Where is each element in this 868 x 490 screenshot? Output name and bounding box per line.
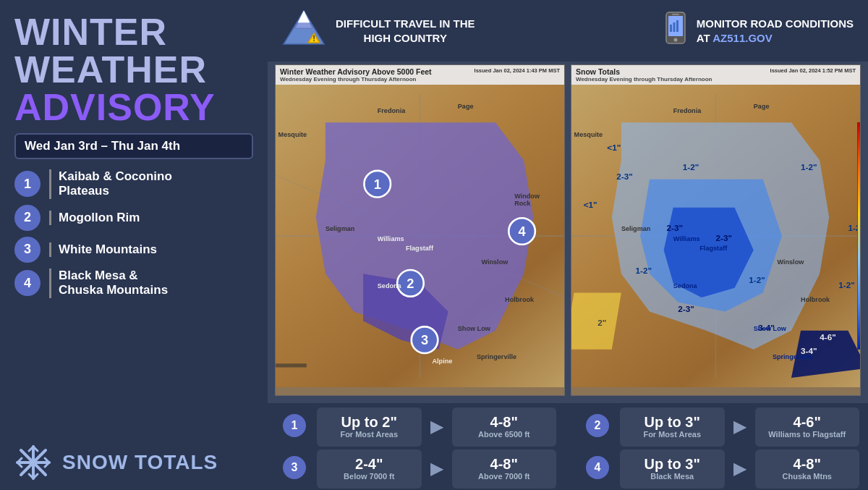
svg-rect-20 [672, 14, 679, 15]
stat-cell: 2-4"Below 7000 ft [317, 449, 422, 489]
region-number-3: 3 [14, 237, 41, 263]
svg-text:2-3": 2-3" [716, 233, 733, 242]
stat-cell: Up to 2"For Most Areas [317, 407, 422, 447]
left-panel: WINTER WEATHER ADVISORY Wed Jan 3rd – Th… [0, 0, 268, 490]
svg-text:2: 2 [407, 276, 414, 291]
svg-text:Fredonia: Fredonia [673, 107, 702, 114]
svg-rect-23 [676, 20, 678, 32]
top-bar: ! DIFFICULT TRAVEL IN THEHIGH COUNTRY [268, 0, 868, 62]
bottom-stats: 1Up to 2"For Most Areas▶4-8"Above 6500 f… [268, 403, 868, 490]
svg-text:Flagstaff: Flagstaff [406, 245, 434, 252]
region-text-3: White Mountains [59, 242, 157, 257]
region-number-2: 2 [14, 205, 41, 231]
map-row: Winter Weather Advisory Above 5000 Feet … [268, 62, 868, 403]
region-item-2: 2 Mogollon Rim [14, 205, 253, 231]
svg-text:1-2": 1-2" [749, 275, 765, 284]
snow-map-sub: Wednesday Evening through Thursday After… [576, 76, 712, 83]
alert-text: DIFFICULT TRAVEL IN THEHIGH COUNTRY [336, 17, 475, 45]
svg-text:1-2": 1-2" [801, 162, 817, 172]
advisory-map-issued: Issued Jan 02, 2024 1:43 PM MST [475, 67, 560, 74]
svg-text:4: 4 [518, 224, 526, 239]
snow-totals-row: SNOW TOTALS [14, 444, 253, 481]
svg-text:!: ! [312, 34, 315, 43]
svg-text:1: 1 [374, 177, 381, 192]
stat-cell: 4-8"Above 7000 ft [452, 449, 557, 489]
svg-text:Williams: Williams [673, 235, 700, 242]
alert-block: ! DIFFICULT TRAVEL IN THEHIGH COUNTRY [282, 8, 475, 54]
stat-cell: Up to 3"For Most Areas [620, 407, 725, 447]
svg-text:Springerville: Springerville [477, 353, 516, 360]
stat-cell: 4-8"Chuska Mtns [755, 449, 860, 489]
title-line3: ADVISORY [14, 88, 253, 126]
region-item-4: 4 Black Mesa &Chuska Mountains [14, 269, 253, 298]
svg-text:1-2": 1-2" [838, 280, 855, 290]
region-number-1: 1 [14, 171, 41, 197]
svg-text:Page: Page [458, 103, 474, 110]
stat-badge-2: 2 [579, 407, 616, 447]
stat-badge-3: 3 [276, 449, 312, 489]
svg-text:4-6": 4-6" [820, 332, 836, 342]
arrow-sep: ▶ [426, 449, 448, 489]
snow-totals-label: SNOW TOTALS [62, 451, 218, 474]
advisory-map-header: Winter Weather Advisory Above 5000 Feet … [276, 65, 564, 85]
svg-text:Window: Window [514, 193, 540, 200]
right-panel: ! DIFFICULT TRAVEL IN THEHIGH COUNTRY [268, 0, 868, 490]
arrow-sep: ▶ [729, 407, 751, 447]
svg-text:<1": <1" [607, 143, 621, 152]
svg-rect-22 [673, 22, 675, 32]
svg-text:Show Low: Show Low [754, 325, 787, 332]
advisory-map-body: 1 2 3 4 Mesquite Fredonia Page Seligman … [276, 85, 564, 387]
svg-text:Winslow: Winslow [777, 258, 804, 266]
svg-text:<1": <1" [584, 200, 597, 209]
snow-map: Snow Totals Wednesday Evening through Th… [571, 64, 861, 396]
stat-badge-4: 4 [579, 449, 616, 489]
stat-number-4: 4 [586, 456, 609, 479]
title-line2: WEATHER [14, 51, 253, 88]
advisory-map: Winter Weather Advisory Above 5000 Feet … [275, 64, 565, 396]
arrow-sep: ▶ [426, 407, 448, 447]
svg-text:2": 2" [597, 318, 606, 327]
snow-map-header: Snow Totals Wednesday Evening through Th… [571, 65, 860, 85]
date-badge: Wed Jan 3rd – Thu Jan 4th [14, 133, 253, 159]
svg-text:Fredonia: Fredonia [378, 107, 406, 114]
stat-number-1: 1 [283, 414, 306, 437]
region-item-1: 1 Kaibab & CoconinoPlateaus [14, 169, 253, 199]
svg-text:Alpine: Alpine [432, 358, 452, 365]
svg-text:Flagstaff: Flagstaff [699, 245, 728, 252]
svg-text:3: 3 [421, 332, 428, 347]
region-text-1: Kaibab & CoconinoPlateaus [59, 169, 172, 199]
svg-text:2-3": 2-3" [678, 304, 694, 313]
road-block: MONITOR ROAD CONDITIONSAT AZ511.gov [665, 12, 854, 50]
region-item-3: 3 White Mountains [14, 237, 253, 263]
svg-text:2-3": 2-3" [667, 223, 684, 232]
stat-cell: 4-6"Williams to Flagstaff [755, 407, 860, 447]
region-list: 1 Kaibab & CoconinoPlateaus 2 Mogollon R… [14, 169, 253, 436]
region-text-2: Mogollon Rim [59, 211, 140, 225]
svg-text:1-2": 1-2" [683, 162, 699, 172]
svg-text:Mesquite: Mesquite [574, 131, 603, 138]
svg-text:Rock: Rock [514, 200, 531, 207]
snow-map-body: <1" <1" 1-2" 1-2" 2-3" 2-3" 1-2" 1-2" 2-… [571, 85, 860, 387]
svg-text:Seligman: Seligman [326, 225, 355, 232]
arrow-sep: ▶ [729, 449, 751, 489]
stat-cell: 4-8"Above 6500 ft [452, 407, 557, 447]
svg-text:1-2": 1-2" [635, 266, 652, 275]
svg-text:Holbrook: Holbrook [505, 296, 535, 303]
title-line1: WINTER [14, 13, 253, 51]
stat-badge-1: 1 [276, 407, 312, 447]
svg-text:Show Low: Show Low [458, 325, 491, 332]
svg-rect-70 [857, 122, 860, 350]
svg-text:Holbrook: Holbrook [801, 296, 830, 303]
date-text: Wed Jan 3rd – Thu Jan 4th [25, 139, 180, 153]
svg-text:Page: Page [754, 103, 770, 110]
advisory-map-title: Winter Weather Advisory Above 5000 Feet [280, 67, 432, 76]
svg-text:Williams: Williams [378, 235, 404, 242]
region-text-4: Black Mesa &Chuska Mountains [59, 269, 168, 298]
svg-rect-50 [276, 363, 307, 367]
mountain-icon: ! [282, 8, 326, 54]
svg-text:Springerville: Springerville [773, 353, 812, 360]
advisory-map-sub: Wednesday Evening through Thursday After… [280, 76, 432, 83]
svg-text:Winslow: Winslow [481, 258, 509, 266]
snow-map-issued: Issued Jan 02, 2024 1:52 PM MST [770, 67, 856, 74]
svg-text:Seligman: Seligman [621, 225, 651, 232]
